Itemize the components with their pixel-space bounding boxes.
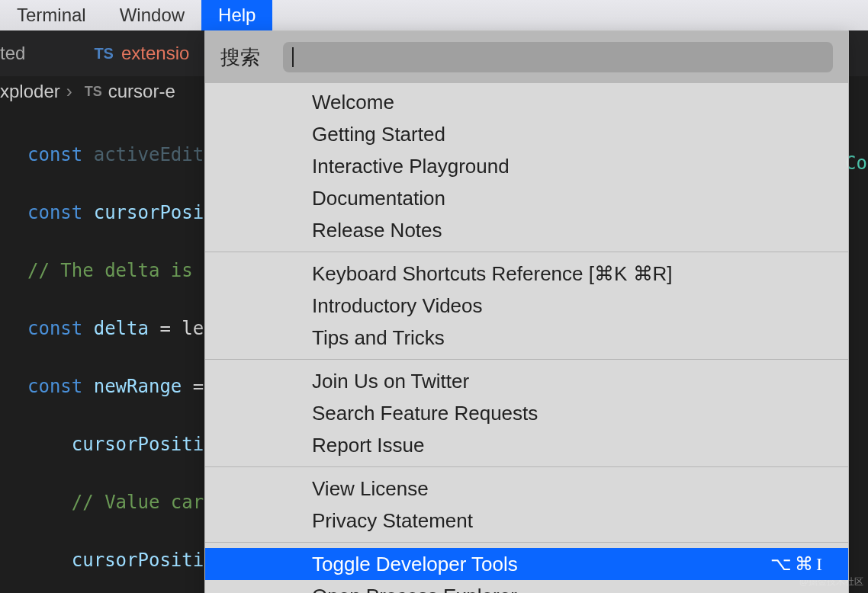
menu-terminal[interactable]: Terminal — [0, 0, 103, 30]
menu-window[interactable]: Window — [103, 0, 201, 30]
ts-icon: TS — [85, 84, 102, 100]
menubar: Terminal Window Help — [0, 0, 868, 30]
text-cursor — [292, 47, 294, 67]
menu-item-label: Report Issue — [312, 431, 424, 460]
menu-item[interactable]: Tips and Tricks — [205, 322, 848, 354]
menu-item-label: Privacy Statement — [312, 506, 473, 535]
help-menu: 搜索 WelcomeGetting StartedInteractive Pla… — [204, 30, 849, 593]
menu-item-label: Welcome — [312, 88, 394, 117]
menu-item-label: View License — [312, 474, 429, 503]
menu-item[interactable]: Welcome — [205, 86, 848, 118]
menu-item-label: Join Us on Twitter — [312, 367, 469, 396]
menu-item-label: Open Process Explorer — [312, 582, 517, 593]
menu-item-label: Keyboard Shortcuts Reference [⌘K ⌘R] — [312, 259, 673, 288]
menu-item[interactable]: Open Process Explorer — [205, 580, 848, 593]
search-label: 搜索 — [220, 44, 260, 71]
menu-item-label: Tips and Tricks — [312, 323, 445, 352]
tab-1[interactable]: ted — [0, 30, 40, 76]
menu-item[interactable]: Keyboard Shortcuts Reference [⌘K ⌘R] — [205, 258, 848, 290]
menu-item[interactable]: Getting Started — [205, 118, 848, 150]
menu-item[interactable]: View License — [205, 473, 848, 505]
menu-help[interactable]: Help — [201, 0, 272, 30]
menu-item[interactable]: Search Feature Requests — [205, 397, 848, 429]
menu-item-label: Interactive Playground — [312, 152, 510, 181]
ts-icon: TS — [94, 45, 114, 63]
menu-item[interactable]: Toggle Developer Tools⌥⌘I — [205, 548, 848, 580]
menu-item-label: Introductory Videos — [312, 291, 483, 320]
search-input[interactable] — [283, 42, 833, 72]
menu-item-label: Documentation — [312, 184, 445, 213]
menu-item-shortcut: ⌥⌘I — [770, 550, 825, 579]
menu-item[interactable]: Interactive Playground — [205, 150, 848, 182]
menu-search-row: 搜索 — [205, 31, 848, 83]
menu-item-label: Search Feature Requests — [312, 399, 538, 428]
menu-item[interactable]: Introductory Videos — [205, 290, 848, 322]
tab-2[interactable]: TS extensio — [94, 43, 189, 64]
menu-item[interactable]: Documentation — [205, 182, 848, 214]
menu-item[interactable]: Privacy Statement — [205, 505, 848, 537]
chevron-right-icon: › — [66, 81, 72, 102]
menu-item-label: Toggle Developer Tools — [312, 550, 518, 579]
menu-item[interactable]: Release Notes — [205, 214, 848, 246]
tab-2-label: extensio — [121, 43, 189, 64]
breadcrumb-folder: xploder — [0, 81, 60, 102]
breadcrumb-file: cursor-e — [108, 81, 175, 102]
menu-item-label: Release Notes — [312, 216, 442, 245]
menu-item[interactable]: Report Issue — [205, 429, 848, 461]
tab-1-label: ted — [0, 43, 25, 64]
menu-item-label: Getting Started — [312, 120, 445, 149]
menu-item[interactable]: Join Us on Twitter — [205, 365, 848, 397]
